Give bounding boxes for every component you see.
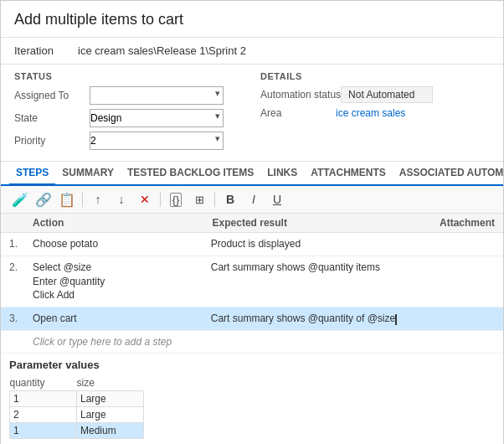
separator-1 <box>82 192 83 207</box>
tab-links[interactable]: LINKS <box>260 162 304 186</box>
param-row-1-size[interactable]: Large <box>77 390 144 406</box>
step-action-1[interactable]: Choose potato <box>33 237 211 251</box>
priority-label: Priority <box>14 135 90 147</box>
param-row-1-quantity[interactable]: 1 <box>10 390 77 406</box>
details-header: DETAILS <box>260 71 490 81</box>
bold-icon: B <box>226 193 234 206</box>
move-up-icon: ↑ <box>95 193 101 206</box>
state-row: State Design Ready In Progress Done <box>14 109 244 127</box>
tabs-bar: STEPS SUMMARY TESTED BACKLOG ITEMS LINKS… <box>1 162 503 186</box>
iteration-row: Iteration ice cream sales\Release 1\Spri… <box>1 38 503 65</box>
param-row-2[interactable]: 2 Large <box>10 406 144 422</box>
step-row-2[interactable]: 2. Select @sizeEnter @quantityClick Add … <box>1 256 503 307</box>
step-action-2[interactable]: Select @sizeEnter @quantityClick Add <box>33 261 211 302</box>
tab-associated-automation[interactable]: ASSOCIATED AUTOMATION <box>393 162 504 186</box>
param-values-title: Parameter values <box>9 359 495 371</box>
area-label: Area <box>260 107 336 119</box>
state-select[interactable]: Design Ready In Progress Done <box>90 109 224 127</box>
state-label: State <box>14 112 90 124</box>
dialog-title: Add multiple items to cart <box>1 1 503 38</box>
priority-row: Priority 1 2 3 4 <box>14 132 244 150</box>
param-values-section: Parameter values quantity size 1 Large 2… <box>1 354 503 444</box>
add-shared-step-icon: 🔗 <box>35 192 52 208</box>
delete-icon: ✕ <box>140 193 150 206</box>
step-num-3: 3. <box>9 312 33 324</box>
insert-param-button[interactable]: {} <box>165 189 187 209</box>
step-row-1[interactable]: 1. Choose potato Product is displayed <box>1 233 503 256</box>
priority-select[interactable]: 1 2 3 4 <box>90 132 224 150</box>
assigned-to-label: Assigned To <box>14 90 90 101</box>
assigned-to-wrapper[interactable] <box>90 86 224 105</box>
bold-button[interactable]: B <box>219 189 241 209</box>
cursor <box>395 314 397 325</box>
italic-icon: I <box>252 193 255 206</box>
automation-status-label: Automation status <box>260 89 341 101</box>
area-value: ice cream sales <box>336 107 405 119</box>
tab-steps[interactable]: STEPS <box>9 162 55 186</box>
assigned-to-row: Assigned To <box>14 86 244 105</box>
separator-2 <box>160 192 161 207</box>
toolbar: 🧪 🔗 📋 ↑ ↓ ✕ {} ⊞ B I U <box>1 186 503 214</box>
col-result-header: Expected result <box>213 217 428 229</box>
param-row-1[interactable]: 1 Large <box>10 390 144 406</box>
col-attach-header: Attachment <box>428 217 495 229</box>
step-result-2[interactable]: Cart summary shows @quantity items <box>211 261 428 275</box>
param-row-2-quantity[interactable]: 2 <box>10 406 77 422</box>
add-step-icon: 🧪 <box>12 192 28 208</box>
param-header-row: quantity size <box>10 375 144 391</box>
move-down-icon: ↓ <box>119 193 125 206</box>
priority-wrapper[interactable]: 1 2 3 4 <box>90 132 224 150</box>
shared-param-icon: ⊞ <box>195 194 204 206</box>
step-num-2: 2. <box>9 261 33 273</box>
iteration-label: Iteration <box>14 44 64 57</box>
automation-status-value: Not Automated <box>341 86 433 103</box>
move-down-button[interactable]: ↓ <box>111 189 132 209</box>
param-col-size: size <box>77 375 144 391</box>
insert-shared-step-button[interactable]: 📋 <box>56 189 78 209</box>
step-result-1[interactable]: Product is displayed <box>211 237 428 251</box>
step-action-3[interactable]: Open cart <box>33 312 211 326</box>
underline-icon: U <box>273 193 281 206</box>
param-row-2-size[interactable]: Large <box>77 406 144 422</box>
shared-param-button[interactable]: ⊞ <box>188 189 210 209</box>
state-wrapper[interactable]: Design Ready In Progress Done <box>90 109 224 127</box>
steps-table-header: Action Expected result Attachment <box>1 214 503 233</box>
param-values-table: quantity size 1 Large 2 Large 1 Medium <box>9 375 144 439</box>
move-up-button[interactable]: ↑ <box>87 189 109 209</box>
step-result-3[interactable]: Cart summary shows @quantity of @size <box>211 312 428 326</box>
step-row-3[interactable]: 3. Open cart Cart summary shows @quantit… <box>1 307 503 331</box>
form-section: STATUS Assigned To State Design Ready In… <box>1 65 503 162</box>
status-section: STATUS Assigned To State Design Ready In… <box>14 71 244 154</box>
col-action-header: Action <box>33 217 213 229</box>
col-num-header <box>9 217 33 229</box>
param-row-3[interactable]: 1 Medium <box>10 422 144 438</box>
italic-button[interactable]: I <box>243 189 265 209</box>
delete-button[interactable]: ✕ <box>134 189 156 209</box>
area-row: Area ice cream sales <box>260 107 490 119</box>
add-shared-step-button[interactable]: 🔗 <box>33 189 54 209</box>
details-section: DETAILS Automation status Not Automated … <box>260 71 490 154</box>
add-step-text: Click or type here to add a step <box>33 336 172 348</box>
tab-summary[interactable]: SUMMARY <box>55 162 121 186</box>
step-num-1: 1. <box>9 237 33 250</box>
insert-param-icon: {} <box>170 193 183 207</box>
iteration-value: ice cream sales\Release 1\Sprint 2 <box>78 44 246 57</box>
add-step-row[interactable]: Click or type here to add a step <box>1 331 503 354</box>
tab-attachments[interactable]: ATTACHMENTS <box>304 162 393 186</box>
separator-3 <box>214 192 215 207</box>
param-row-3-quantity[interactable]: 1 <box>10 422 77 438</box>
insert-shared-step-icon: 📋 <box>59 192 75 208</box>
param-col-quantity: quantity <box>10 375 77 391</box>
status-header: STATUS <box>14 71 244 81</box>
add-step-button[interactable]: 🧪 <box>9 189 31 209</box>
underline-button[interactable]: U <box>266 189 288 209</box>
tab-tested-backlog[interactable]: TESTED BACKLOG ITEMS <box>121 162 260 186</box>
assigned-to-select[interactable] <box>90 86 224 105</box>
param-row-3-size[interactable]: Medium <box>77 422 144 438</box>
automation-status-row: Automation status Not Automated <box>260 86 490 103</box>
